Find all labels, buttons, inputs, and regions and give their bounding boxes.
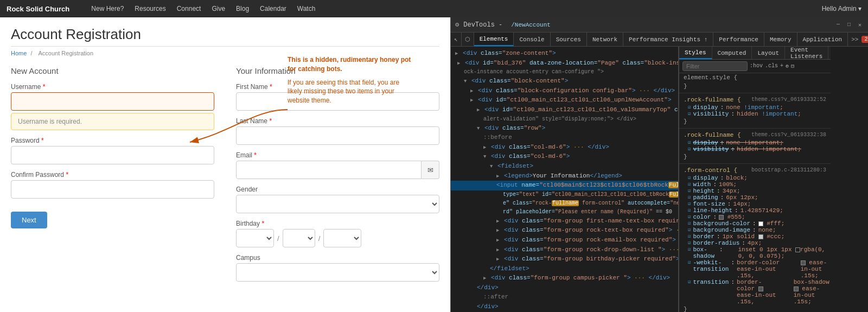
- dom-line[interactable]: ▶ <div id="bid_376" data-zone-location="…: [451, 59, 678, 68]
- style-checkbox[interactable]: ☑: [688, 181, 691, 187]
- style-rule-header: .form-control { bootstrap.c-281311280:3: [679, 166, 831, 175]
- element-style-label: element.style {: [679, 73, 831, 82]
- devtools-tab-network[interactable]: Network: [587, 33, 623, 46]
- navbar-brand[interactable]: Rock Solid Church: [7, 5, 69, 13]
- style-checkbox[interactable]: ☑: [688, 201, 691, 207]
- style-checkbox[interactable]: ☑: [688, 104, 691, 110]
- devtools-minimize[interactable]: ─: [834, 21, 842, 29]
- dom-line[interactable]: ▶ <div id="ctl00_main_ctl23_ctl01_ctl06_…: [451, 105, 678, 115]
- breadcrumb-home[interactable]: Home: [11, 50, 27, 56]
- style-checkbox[interactable]: ☑: [688, 220, 691, 226]
- dom-line[interactable]: </div>: [451, 283, 678, 293]
- dom-panel: ▶ <div class="zone-content"> ▶ <div id="…: [451, 47, 679, 312]
- devtools-tab-application[interactable]: Application: [797, 33, 848, 46]
- dom-line[interactable]: ▶ <div class="col-md-6"> ··· </div>: [451, 143, 678, 152]
- birthday-month[interactable]: [236, 229, 274, 247]
- style-prop: ☑ display : none !important;: [679, 104, 831, 111]
- style-checkbox[interactable]: ☑: [688, 240, 691, 246]
- devtools-restore[interactable]: □: [845, 21, 853, 29]
- dom-line[interactable]: ▼ <div class="row">: [451, 124, 678, 133]
- filter-cls[interactable]: .cls: [765, 63, 778, 69]
- dom-line[interactable]: ▼ <div class="block-content">: [451, 77, 678, 86]
- devtools-tab-console[interactable]: Console: [514, 33, 550, 46]
- nav-calendar[interactable]: Calendar: [260, 5, 286, 12]
- nav-watch[interactable]: Watch: [297, 5, 316, 12]
- devtools-tab-memory[interactable]: Memory: [764, 33, 797, 46]
- style-rule-rock-fullname-1: .rock-fullname { theme.css?v_06193332:52…: [679, 95, 831, 129]
- style-checkbox[interactable]: ☑: [688, 214, 691, 220]
- styles-tab-layout[interactable]: Layout: [752, 47, 785, 59]
- campus-select[interactable]: [236, 263, 439, 282]
- styles-filter-input[interactable]: [682, 61, 748, 71]
- devtools-url: /NewAccount: [511, 22, 551, 28]
- style-checkbox[interactable]: ☑: [688, 233, 691, 239]
- filter-icon2[interactable]: ⊟: [791, 63, 794, 69]
- style-rule-close: }: [679, 117, 831, 126]
- dom-line[interactable]: ▶ <div class="zone-content">: [451, 49, 678, 59]
- style-checkbox[interactable]: ☑: [688, 175, 691, 181]
- style-checkbox[interactable]: ☑: [688, 259, 691, 265]
- style-rule-close: }: [679, 305, 831, 312]
- nav-give[interactable]: Give: [212, 5, 225, 12]
- nav-blog[interactable]: Blog: [236, 5, 249, 12]
- navbar-user-menu[interactable]: Hello Admin ▾: [822, 5, 861, 12]
- page-title: Account Registration: [11, 26, 439, 43]
- devtools-tab-perf[interactable]: Performance: [713, 33, 764, 46]
- color-swatch: [794, 286, 799, 291]
- style-value: none !important;: [726, 104, 783, 111]
- nav-connect[interactable]: Connect: [177, 5, 201, 12]
- devtools-tab-perf-insights[interactable]: Performance Insights ↑: [623, 33, 713, 46]
- birthday-day[interactable]: [283, 229, 315, 247]
- dom-line[interactable]: ▶ <div class="block-configuration config…: [451, 86, 678, 96]
- filter-add[interactable]: +: [780, 63, 783, 69]
- style-checkbox[interactable]: ☑: [688, 207, 691, 213]
- devtools-close[interactable]: ✕: [856, 21, 864, 29]
- dom-line[interactable]: ▶ <div class="form-group campus-picker "…: [451, 273, 678, 283]
- dom-line[interactable]: ▶ <div class="form-group rock-email-box …: [451, 235, 678, 245]
- style-prop: ☑ padding: 6px 12px;: [679, 194, 831, 201]
- style-checkbox[interactable]: ☑: [688, 194, 691, 200]
- dom-line[interactable]: ▶ <div class="form-group rock-text-box r…: [451, 226, 678, 235]
- devtools-tab-cursor[interactable]: ↖: [451, 33, 462, 46]
- dom-line[interactable]: ▶ <div class="form-group first-name-text…: [451, 217, 678, 226]
- styles-tab-event-listeners[interactable]: Event Listeners: [785, 47, 828, 59]
- devtools-tab-sources[interactable]: Sources: [551, 33, 587, 46]
- style-checkbox[interactable]: ☑: [688, 246, 691, 252]
- style-prop: ☑ font-size: 14px;: [679, 201, 831, 207]
- dom-line[interactable]: ▼ <div class="col-md-6">: [451, 152, 678, 162]
- devtools-tab-more[interactable]: >>: [848, 33, 861, 46]
- devtools-tab-inspect[interactable]: ⬡: [462, 33, 474, 46]
- dom-line[interactable]: ▶ <div class="form-group rock-drop-down-…: [451, 245, 678, 255]
- filter-hov[interactable]: :hov: [750, 63, 763, 69]
- confirm-password-input[interactable]: [11, 180, 214, 199]
- styles-tab-styles[interactable]: Styles: [679, 47, 712, 59]
- style-checkbox[interactable]: ☑: [688, 111, 691, 117]
- style-prop: ☑ display: block;: [679, 175, 831, 181]
- dom-line[interactable]: ▶ <div class="form-group birthday-picker…: [451, 254, 678, 264]
- style-checkbox[interactable]: ☑: [688, 227, 691, 233]
- dom-line-selected[interactable]: <input name="ctl00$main$ctl23$ctl01$ctl0…: [451, 181, 678, 190]
- nav-resources[interactable]: Resources: [135, 5, 165, 12]
- birthday-year[interactable]: [323, 229, 361, 247]
- style-checkbox[interactable]: ☑: [688, 146, 691, 152]
- devtools-tab-elements[interactable]: Elements: [474, 33, 514, 46]
- style-prop: ☑ width: 100%;: [679, 181, 831, 188]
- dom-line[interactable]: ▶ <div id="ctl00_main_ctl23_ctl01_ctl06_…: [451, 95, 678, 105]
- nav-new-here[interactable]: New Here?: [91, 5, 124, 12]
- devtools-window-buttons: ─ □ ✕: [834, 21, 864, 29]
- annotation-arrow: [146, 88, 293, 153]
- page-content: Account Registration Home / Account Regi…: [0, 17, 450, 312]
- gender-select[interactable]: [236, 195, 439, 213]
- style-checkbox[interactable]: ☑: [688, 279, 691, 285]
- next-button[interactable]: Next: [11, 212, 47, 228]
- filter-icon1[interactable]: ⊕: [786, 63, 789, 69]
- styles-tab-computed[interactable]: Computed: [712, 47, 752, 59]
- email-input[interactable]: [236, 161, 422, 179]
- dom-line[interactable]: ▶ <legend>Your Information</legend>: [451, 171, 678, 181]
- style-checkbox[interactable]: ☑: [688, 139, 691, 145]
- styles-tab-more[interactable]: >>: [828, 47, 831, 59]
- dom-line[interactable]: </div>: [451, 302, 678, 312]
- dom-line[interactable]: ▼ <fieldset>: [451, 162, 678, 171]
- dom-line[interactable]: </fieldset>: [451, 264, 678, 274]
- style-checkbox[interactable]: ☑: [688, 188, 691, 194]
